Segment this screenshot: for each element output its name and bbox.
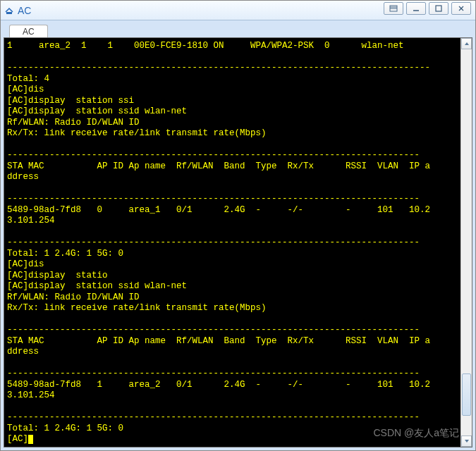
terminal-panel: 1 area_2 1 1 00E0-FCE9-1810 ON WPA/WPA2-… (4, 37, 472, 447)
scrollbar-track[interactable] (461, 49, 472, 435)
settings-button[interactable] (384, 2, 403, 15)
tab-bar: AC (1, 20, 475, 37)
minimize-button[interactable] (406, 2, 426, 15)
svg-rect-5 (436, 6, 441, 11)
terminal-output[interactable]: 1 area_2 1 1 00E0-FCE9-1810 ON WPA/WPA2-… (4, 38, 460, 447)
window-controls (384, 2, 471, 15)
scrollbar-thumb[interactable] (462, 373, 471, 416)
scrollbar (460, 38, 472, 447)
window-title: AC (18, 5, 31, 16)
close-button[interactable] (451, 2, 471, 15)
app-icon (4, 5, 15, 16)
scroll-up-button[interactable] (461, 38, 472, 49)
tab-ac[interactable]: AC (9, 25, 48, 38)
scroll-down-button[interactable] (461, 435, 472, 447)
window-titlebar: AC (1, 1, 475, 20)
maximize-button[interactable] (429, 2, 448, 15)
svg-rect-0 (6, 12, 12, 14)
cursor (28, 435, 33, 444)
